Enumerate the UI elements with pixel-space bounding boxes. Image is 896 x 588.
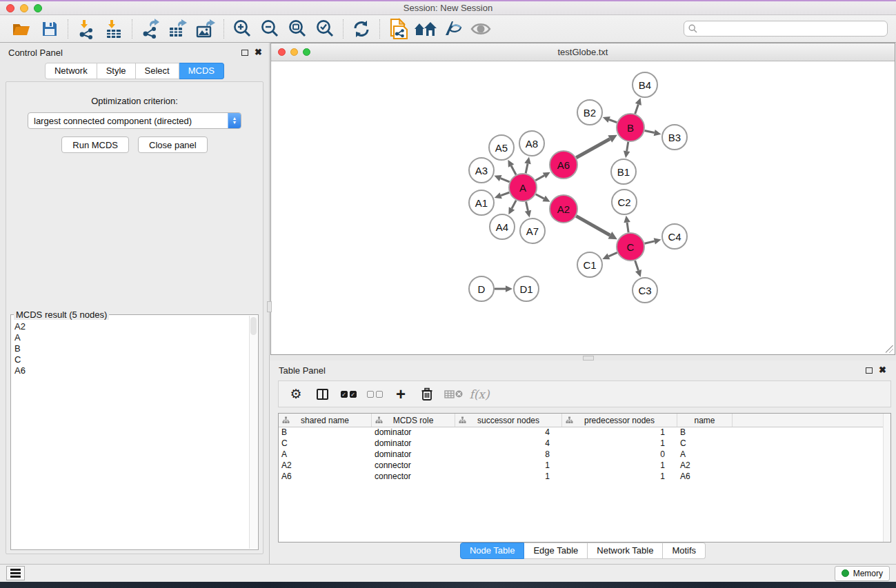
node-D[interactable]: D	[468, 276, 495, 302]
result-item[interactable]: B	[14, 343, 249, 354]
vertical-splitter-handle[interactable]	[267, 301, 272, 312]
edge-C-C2[interactable]	[627, 223, 628, 232]
table-row[interactable]: A6connector11A6	[279, 472, 890, 483]
memory-button[interactable]: Memory	[835, 566, 890, 581]
result-item[interactable]: A6	[14, 365, 249, 376]
table-scrollbar[interactable]	[883, 414, 890, 542]
column-header-shared-name[interactable]: shared name	[279, 414, 372, 427]
minimize-window-button[interactable]	[20, 4, 28, 12]
tab-style[interactable]: Style	[97, 63, 136, 79]
edge-A-A7[interactable]	[526, 201, 528, 210]
save-session-button[interactable]	[36, 17, 63, 41]
zoom-out-button[interactable]	[256, 17, 283, 41]
table-settings-button[interactable]: ⚙	[283, 384, 309, 405]
edge-B-B1[interactable]	[627, 142, 628, 152]
node-B3[interactable]: B3	[661, 124, 688, 150]
result-item[interactable]: A2	[14, 321, 249, 332]
node-B1[interactable]: B1	[610, 159, 637, 185]
zoom-window-button[interactable]	[34, 4, 42, 12]
float-table-panel-icon[interactable]	[866, 367, 873, 374]
close-panel-icon[interactable]: ✖	[255, 49, 262, 56]
edge-B-B4[interactable]	[635, 104, 639, 114]
delete-table-button[interactable]	[440, 384, 466, 405]
tab-mcds[interactable]: MCDS	[179, 63, 224, 79]
network-minimize-button[interactable]	[290, 48, 298, 56]
run-mcds-button[interactable]: Run MCDS	[61, 136, 129, 153]
birds-eye-view-button[interactable]	[467, 17, 495, 41]
refresh-button[interactable]	[348, 17, 375, 41]
node-C2[interactable]: C2	[611, 189, 637, 215]
network-file-button[interactable]	[384, 17, 412, 41]
tab-motifs[interactable]: Motifs	[663, 543, 706, 559]
edge-C-C4[interactable]	[644, 241, 654, 243]
node-A8[interactable]: A8	[519, 130, 545, 156]
zoom-fit-button[interactable]	[283, 17, 311, 41]
task-history-button[interactable]	[6, 566, 25, 580]
column-header-name[interactable]: name	[677, 414, 733, 427]
home-button[interactable]	[412, 17, 439, 41]
node-B4[interactable]: B4	[632, 72, 658, 98]
tab-node-table[interactable]: Node Table	[460, 543, 525, 559]
function-builder-button[interactable]: f(x)	[466, 384, 492, 405]
tab-network[interactable]: Network	[45, 63, 97, 79]
network-close-button[interactable]	[278, 48, 286, 56]
edge-B-B3[interactable]	[645, 130, 655, 132]
export-image-button[interactable]	[192, 17, 219, 41]
close-table-panel-icon[interactable]: ✖	[879, 367, 886, 374]
table-row[interactable]: Cdominator41C	[279, 438, 890, 449]
node-C[interactable]: C	[616, 232, 645, 261]
edge-A-A2[interactable]	[536, 194, 544, 199]
toggle-graphics-details-button[interactable]	[439, 17, 467, 41]
network-window-titlebar[interactable]: testGlobe.txt	[271, 43, 895, 61]
node-D1[interactable]: D1	[513, 276, 539, 302]
edge-A-A3[interactable]	[501, 179, 510, 182]
criterion-select[interactable]: largest connected component (directed) ▲…	[28, 112, 241, 129]
edge-A6-B[interactable]	[576, 139, 610, 158]
edge-A-A4[interactable]	[512, 201, 516, 209]
table-row[interactable]: Adominator80A	[279, 449, 890, 460]
deselect-all-button[interactable]	[361, 384, 388, 405]
node-A7[interactable]: A7	[519, 218, 546, 244]
column-header-successor-nodes[interactable]: successor nodes	[455, 414, 562, 427]
node-C1[interactable]: C1	[577, 252, 603, 278]
column-header-predecessor-nodes[interactable]: predecessor nodes	[562, 414, 677, 427]
result-item[interactable]: C	[14, 354, 249, 365]
table-row[interactable]: Bdominator41B	[279, 427, 890, 438]
float-panel-icon[interactable]	[241, 50, 248, 56]
mcds-result-list[interactable]: A2ABCA6	[12, 316, 249, 549]
node-A1[interactable]: A1	[468, 190, 495, 216]
edge-C-C1[interactable]	[608, 252, 617, 256]
network-zoom-button[interactable]	[303, 48, 310, 56]
node-C4[interactable]: C4	[661, 223, 688, 250]
window-resize-grip[interactable]	[886, 345, 893, 353]
node-A[interactable]: A	[508, 173, 537, 202]
close-window-button[interactable]	[6, 4, 14, 12]
export-table-button[interactable]	[164, 17, 192, 41]
tab-network-table[interactable]: Network Table	[588, 543, 663, 559]
edge-A-A5[interactable]	[511, 165, 516, 174]
horizontal-splitter-handle[interactable]	[583, 356, 594, 361]
zoom-selected-button[interactable]	[311, 17, 339, 41]
node-A2[interactable]: A2	[549, 194, 578, 223]
edge-A-A8[interactable]	[526, 163, 528, 173]
edge-B-B2[interactable]	[609, 119, 617, 122]
node-A6[interactable]: A6	[549, 150, 578, 179]
close-panel-button[interactable]: Close panel	[138, 136, 208, 153]
delete-column-button[interactable]	[414, 384, 440, 405]
select-all-button[interactable]: ✓✓	[335, 384, 361, 405]
node-A3[interactable]: A3	[468, 157, 495, 183]
node-B2[interactable]: B2	[577, 99, 603, 125]
show-columns-button[interactable]	[309, 384, 335, 405]
export-network-button[interactable]	[137, 17, 164, 41]
node-C3[interactable]: C3	[632, 277, 658, 303]
open-file-button[interactable]	[8, 17, 36, 41]
column-header-MCDS-role[interactable]: MCDS role	[372, 414, 455, 427]
edge-A-A1[interactable]	[501, 192, 509, 195]
search-input[interactable]	[684, 21, 888, 37]
result-scrollbar[interactable]	[249, 316, 257, 549]
add-column-button[interactable]: +	[388, 384, 414, 405]
zoom-in-button[interactable]	[228, 17, 256, 41]
import-network-button[interactable]	[72, 17, 100, 41]
node-A5[interactable]: A5	[488, 134, 515, 161]
edge-C-C3[interactable]	[635, 261, 639, 271]
